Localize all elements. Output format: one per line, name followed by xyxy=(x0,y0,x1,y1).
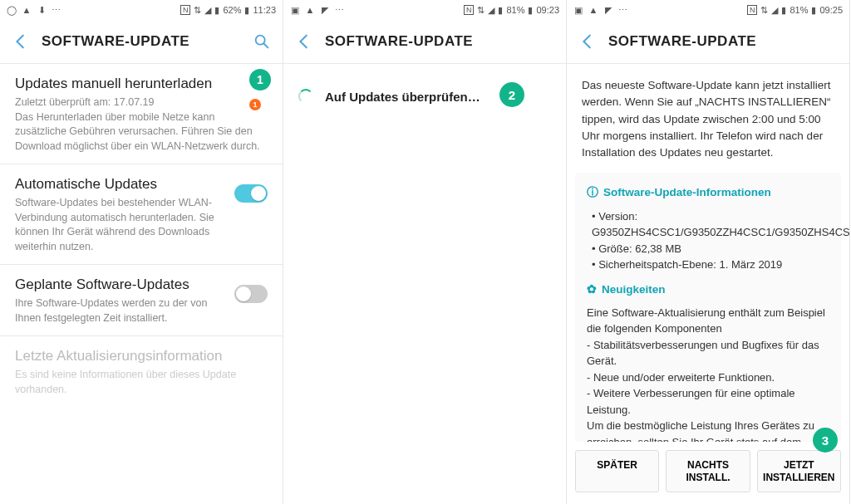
page-title: SOFTWARE-UPDATE xyxy=(325,33,554,50)
phone-icon: ◯ xyxy=(7,5,17,15)
battery-pct: 81% xyxy=(506,5,524,15)
intro-text: Das neueste Software-Update kann jetzt i… xyxy=(567,64,849,173)
checking-updates-row: Auf Updates überprüfen… 2 xyxy=(283,64,566,129)
install-now-button[interactable]: JETZT INSTALLIEREN xyxy=(757,450,841,492)
manual-download-section[interactable]: 1 Updates manuell herunterladen Zuletzt … xyxy=(0,64,283,164)
checking-label: Auf Updates überprüfen… xyxy=(325,90,480,104)
status-bar: ▣ ▲ ◤ ⋯ N ⇅ ◢ ▮ 81% ▮ 09:25 xyxy=(567,0,849,20)
nfc-icon: N xyxy=(464,5,475,15)
notification-badge: 1 xyxy=(249,99,261,110)
more-icon: ⋯ xyxy=(335,5,344,16)
info-patch: Sicherheitspatch-Ebene: 1. März 2019 xyxy=(592,257,829,273)
wifi-icon: ⇅ xyxy=(477,5,485,16)
triangle-icon: ◤ xyxy=(320,5,330,15)
signal-icon: ▮ xyxy=(781,5,786,16)
wifi-icon: ⇅ xyxy=(760,5,768,16)
svg-point-0 xyxy=(256,36,265,45)
wifi-signal-icon: ◢ xyxy=(771,5,778,16)
last-title: Letzte Aktualisierungsinformation xyxy=(15,348,268,365)
signal-icon: ▮ xyxy=(498,5,503,16)
image-icon: ▣ xyxy=(290,5,300,15)
night-install-button[interactable]: NACHTS INSTALL. xyxy=(666,450,750,492)
manual-sub1: Zuletzt überprüft am: 17.07.19 xyxy=(15,95,268,110)
auto-updates-toggle[interactable] xyxy=(234,184,268,203)
scheduled-sub: Ihre Software-Updates werden zu der von … xyxy=(15,296,226,325)
nfc-icon: N xyxy=(747,5,758,15)
auto-sub: Software-Updates bei bestehender WLAN-Ve… xyxy=(15,196,226,254)
news-icon: ✿ xyxy=(587,281,597,298)
clock: 11:23 xyxy=(253,5,276,15)
step-badge-3: 3 xyxy=(813,428,838,453)
scheduled-updates-section[interactable]: Geplante Software-Updates Ihre Software-… xyxy=(0,265,283,335)
battery-icon: ▮ xyxy=(811,5,816,16)
panel-1: ◯ ▲ ⬇ ⋯ N ⇅ ◢ ▮ 62% ▮ 11:23 SOFTWARE-UPD… xyxy=(0,0,283,504)
info-bullets: Version: G9350ZHS4CSC1/G9350ZZH4CSC1/G93… xyxy=(592,208,829,273)
search-button[interactable] xyxy=(253,32,271,51)
action-bar: SPÄTER NACHTS INSTALL. JETZT INSTALLIERE… xyxy=(567,442,849,504)
info-size: Größe: 62,38 MB xyxy=(592,241,829,257)
panel-2: ▣ ▲ ◤ ⋯ N ⇅ ◢ ▮ 81% ▮ 09:23 SOFTWARE-UPD… xyxy=(283,0,567,504)
back-button[interactable] xyxy=(578,32,597,51)
header: SOFTWARE-UPDATE xyxy=(567,20,849,63)
warning-icon: ▲ xyxy=(588,5,598,15)
battery-pct: 81% xyxy=(790,5,808,15)
info-heading: ⓘSoftware-Update-Informationen xyxy=(587,184,829,201)
manual-sub2: Das Herunterladen über mobile Netze kann… xyxy=(15,110,268,154)
manual-title: Updates manuell herunterladen xyxy=(15,76,268,92)
update-info-card: ⓘSoftware-Update-Informationen Version: … xyxy=(575,173,841,442)
wifi-signal-icon: ◢ xyxy=(488,5,494,16)
info-version: Version: G9350ZHS4CSC1/G9350ZZH4CSC1/G93… xyxy=(592,208,829,241)
nfc-icon: N xyxy=(180,5,191,15)
battery-icon: ▮ xyxy=(528,5,533,16)
news-body: Eine Software-Aktualisierung enthält zum… xyxy=(587,305,829,442)
more-icon: ⋯ xyxy=(52,5,61,16)
status-bar: ▣ ▲ ◤ ⋯ N ⇅ ◢ ▮ 81% ▮ 09:23 xyxy=(283,0,566,20)
scheduled-title: Geplante Software-Updates xyxy=(15,276,226,293)
clock: 09:23 xyxy=(536,5,559,15)
later-button[interactable]: SPÄTER xyxy=(575,450,659,492)
signal-icon: ▮ xyxy=(214,5,219,16)
download-icon: ⬇ xyxy=(37,5,47,15)
warning-icon: ▲ xyxy=(305,5,315,15)
news-heading: ✿Neuigkeiten xyxy=(587,281,829,298)
panel-3: ▣ ▲ ◤ ⋯ N ⇅ ◢ ▮ 81% ▮ 09:25 SOFTWARE-UPD… xyxy=(567,0,850,504)
page-title: SOFTWARE-UPDATE xyxy=(608,33,838,50)
image-icon: ▣ xyxy=(573,5,583,15)
scheduled-updates-toggle[interactable] xyxy=(234,285,268,303)
wifi-icon: ⇅ xyxy=(194,5,201,16)
more-icon: ⋯ xyxy=(618,5,627,16)
page-title: SOFTWARE-UPDATE xyxy=(42,33,241,50)
last-sub: Es sind keine Informationen über dieses … xyxy=(15,368,268,397)
wifi-signal-icon: ◢ xyxy=(204,5,211,16)
header: SOFTWARE-UPDATE xyxy=(0,20,283,63)
info-icon: ⓘ xyxy=(587,184,598,201)
status-bar: ◯ ▲ ⬇ ⋯ N ⇅ ◢ ▮ 62% ▮ 11:23 xyxy=(0,0,283,20)
spinner-icon xyxy=(298,89,313,104)
auto-updates-section[interactable]: Automatische Updates Software-Updates be… xyxy=(0,164,283,264)
clock: 09:25 xyxy=(819,5,843,15)
back-button[interactable] xyxy=(295,32,313,51)
last-update-section: Letzte Aktualisierungsinformation Es sin… xyxy=(0,336,283,407)
triangle-icon: ◤ xyxy=(603,5,613,15)
battery-pct: 62% xyxy=(223,5,241,15)
auto-title: Automatische Updates xyxy=(15,176,226,193)
header: SOFTWARE-UPDATE xyxy=(283,20,566,63)
battery-icon: ▮ xyxy=(244,5,249,16)
location-icon: ▲ xyxy=(22,5,32,15)
back-button[interactable] xyxy=(12,32,30,51)
step-badge-1: 1 xyxy=(249,69,271,91)
step-badge-2: 2 xyxy=(499,82,524,107)
